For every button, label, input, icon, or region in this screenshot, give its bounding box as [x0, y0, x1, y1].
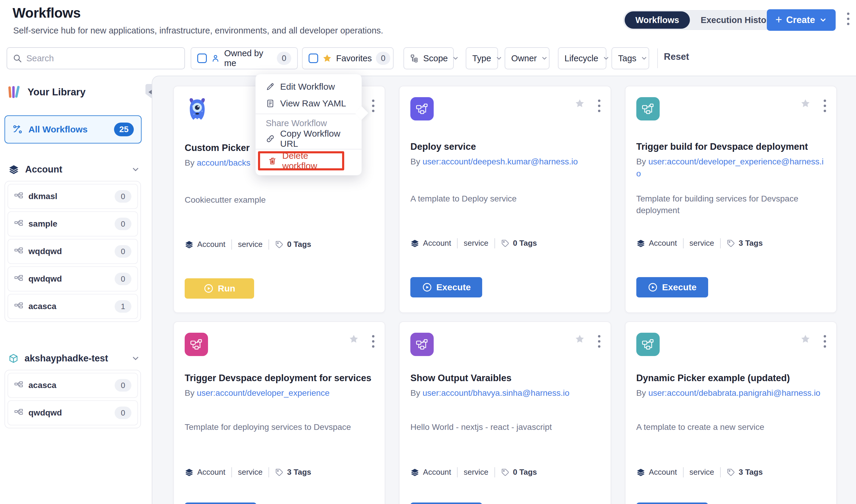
card-kebab-menu[interactable]	[824, 100, 826, 112]
card-kebab-menu[interactable]	[598, 100, 600, 112]
workflow-card-trigger-build[interactable]: Trigger build for Devspace deployment By…	[625, 86, 837, 313]
type-filter-label: Type	[472, 54, 491, 64]
delete-highlight-box: Delete workflow	[258, 151, 344, 170]
page-subtitle: Self-service hub for new applications, i…	[13, 26, 383, 36]
card-title: Dynamic Picker example (updated)	[636, 373, 825, 383]
favorites-label: Favorites	[336, 54, 372, 64]
menu-item-edit-workflow[interactable]: Edit Workflow	[256, 78, 362, 95]
card-type: service	[238, 240, 262, 249]
execute-button[interactable]: Execute	[636, 503, 708, 504]
card-title: Trigger build for Devspace deployment	[636, 141, 825, 152]
run-button[interactable]: Run	[185, 278, 254, 299]
workflow-card-deploy-service[interactable]: Deploy service By user:account/deepesh.k…	[399, 86, 611, 313]
sidebar-item-qwdqwd-account[interactable]: qwdqwd 0	[7, 266, 138, 291]
owner-filter[interactable]: Owner	[504, 47, 549, 69]
favorites-filter[interactable]: Favorites 0	[302, 47, 394, 69]
reset-filters-button[interactable]: Reset	[664, 51, 689, 62]
chevron-down-icon	[131, 165, 140, 174]
sidebar-item-sample[interactable]: sample 0	[7, 211, 138, 236]
card-tags: 3 Tags	[739, 238, 763, 248]
tag-icon	[727, 468, 735, 476]
author-link[interactable]: user:account/developer_experience	[196, 388, 329, 398]
layers-icon	[636, 239, 645, 248]
owned-by-me-checkbox[interactable]	[197, 54, 207, 63]
card-kebab-menu[interactable]	[372, 335, 374, 348]
favorite-star-icon[interactable]	[575, 334, 585, 344]
lifecycle-filter[interactable]: Lifecycle	[558, 47, 606, 69]
tags-filter[interactable]: Tags	[612, 47, 649, 69]
flowchart-icon	[415, 338, 429, 351]
scope-filter[interactable]: Scope	[404, 47, 454, 69]
author-link[interactable]: user:account/bhavya.sinha@harness.io	[423, 388, 569, 398]
create-button[interactable]: + Create	[767, 9, 836, 31]
card-kebab-menu[interactable]	[824, 335, 826, 348]
card-kebab-menu[interactable]	[598, 335, 600, 348]
author-link[interactable]: user:account/debabrata.panigrahi@harness…	[648, 388, 820, 398]
play-circle-icon	[204, 283, 214, 293]
menu-item-view-raw-yaml[interactable]: View Raw YAML	[256, 95, 362, 112]
hierarchy-icon	[410, 54, 419, 63]
sidebar-item-dkmasl[interactable]: dkmasl 0	[7, 184, 138, 209]
person-icon	[211, 54, 220, 63]
sidebar-item-acasca-akshay[interactable]: acasca 0	[7, 373, 138, 398]
tab-workflows[interactable]: Workflows	[624, 11, 690, 29]
favorite-star-icon[interactable]	[575, 98, 585, 109]
workflow-icon	[12, 124, 23, 135]
sidebar-item-wqdqwd[interactable]: wqdqwd 0	[7, 239, 138, 264]
section-akshayphadke-label: akshayphadke-test	[24, 353, 125, 364]
author-link[interactable]: user:account/developer_experience@harnes…	[636, 157, 824, 178]
library-icon	[8, 85, 21, 99]
workflow-card-trigger-devspace[interactable]: Trigger Devspace deployment for services…	[173, 321, 385, 504]
card-kebab-menu[interactable]	[372, 100, 374, 112]
favorite-star-icon[interactable]	[800, 98, 810, 109]
favorites-checkbox[interactable]	[309, 54, 318, 63]
workflow-card-dynamic-picker[interactable]: Dynamic Picker example (updated) By user…	[625, 321, 837, 504]
menu-item-delete-workflow[interactable]: Delete workflow	[260, 154, 342, 168]
lifecycle-filter-label: Lifecycle	[564, 54, 598, 64]
execute-button[interactable]: Execute	[636, 277, 708, 298]
flowchart-icon	[641, 338, 654, 351]
tags-filter-label: Tags	[618, 54, 636, 64]
favorite-star-icon[interactable]	[349, 334, 359, 344]
favorite-star-icon[interactable]	[800, 334, 810, 344]
sidebar-section-account[interactable]: Account	[8, 164, 140, 175]
create-button-label: Create	[786, 15, 815, 25]
card-scope: Account	[197, 468, 225, 477]
chevron-down-icon	[131, 354, 140, 363]
card-author: By user:account/debabrata.panigrahi@harn…	[636, 387, 825, 413]
chevron-down-icon	[819, 16, 827, 24]
menu-divider	[256, 149, 362, 149]
sidebar-item-qwdqwd-akshay[interactable]: qwdqwd 0	[7, 400, 138, 426]
org-chart-icon	[14, 408, 23, 417]
sidebar-item-all-workflows[interactable]: All Workflows 25	[4, 115, 141, 143]
sidebar-item-acasca-account[interactable]: acasca 1	[7, 294, 138, 319]
card-type: service	[689, 468, 714, 477]
org-chart-icon	[14, 302, 23, 311]
card-description: Hello World - nextjs - react - javascrip…	[410, 421, 599, 452]
owned-by-me-filter[interactable]: Owned by me 0	[191, 47, 298, 69]
card-description: Template for building services for Devsp…	[636, 193, 825, 229]
menu-item-copy-workflow-url[interactable]: Copy Workflow URL	[256, 130, 362, 147]
card-type: service	[238, 468, 262, 477]
card-author: By user:account/deepesh.kumar@harness.io	[410, 156, 599, 184]
chevron-down-icon	[452, 55, 459, 62]
author-link[interactable]: account/backs	[196, 158, 250, 167]
card-tags: 0 Tags	[513, 468, 537, 477]
sidebar-section-akshayphadke-test[interactable]: akshayphadke-test	[8, 353, 140, 364]
search-input[interactable]	[26, 54, 179, 64]
filter-divider	[657, 49, 658, 68]
card-footer: Account service 3 Tags	[636, 466, 825, 479]
workflow-tile-icon	[185, 333, 208, 356]
execute-button[interactable]: Execute	[410, 503, 482, 504]
workflow-card-show-output[interactable]: Show Output Varaibles By user:account/bh…	[399, 321, 611, 504]
org-chart-icon	[14, 274, 23, 283]
header-kebab-menu[interactable]	[847, 13, 850, 25]
type-filter[interactable]: Type	[466, 47, 498, 69]
search-icon	[13, 54, 22, 63]
workflow-tile-icon	[636, 97, 660, 121]
execute-button[interactable]: Execute	[410, 277, 482, 298]
flowchart-icon	[641, 102, 654, 115]
card-description: A template to Deploy service	[410, 193, 599, 229]
author-link[interactable]: user:account/deepesh.kumar@harness.io	[423, 157, 578, 166]
execute-button[interactable]: Execute	[185, 503, 257, 504]
